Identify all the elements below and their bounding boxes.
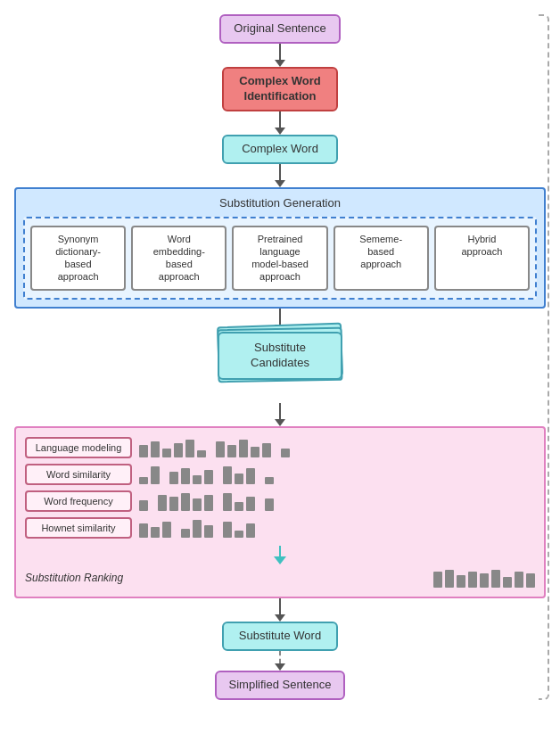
bar	[139, 500, 148, 511]
bar	[185, 440, 194, 457]
ranking-label-language: Language modeling	[25, 437, 132, 458]
arrow-5	[275, 403, 285, 426]
bar	[445, 570, 454, 588]
substitute-word-node: Substitute Word	[222, 622, 338, 651]
arrow-2	[275, 111, 285, 135]
ranking-row-1: Language modeling	[25, 437, 535, 458]
bar	[204, 495, 213, 511]
bar-group-bottom	[433, 568, 535, 588]
bar	[158, 495, 167, 511]
cwi-node: Complex Word Identification	[222, 67, 338, 111]
bar	[227, 445, 236, 457]
bar-group-1	[139, 438, 290, 457]
diagram: Original Sentence Complex Word Identific…	[14, 14, 546, 719]
ranking-bottom: Substitution Ranking	[25, 568, 535, 588]
sub-gen-inner: Synonym dictionary- based approach Word …	[23, 217, 537, 300]
bar	[223, 493, 232, 511]
bar	[239, 440, 248, 457]
ranking-row-4: Hownet similarity	[25, 517, 535, 539]
substitute-candidates-label: Substitute Candidates	[251, 341, 309, 369]
bar-group-4	[139, 518, 255, 538]
bar	[151, 466, 160, 484]
bar	[169, 472, 178, 484]
bar	[139, 477, 148, 484]
sub-gen-title: Substitution Generation	[23, 196, 537, 210]
bar	[181, 493, 190, 511]
bar	[235, 531, 243, 538]
ranking-arrow	[25, 546, 535, 564]
bar	[246, 523, 255, 538]
bar-group-2	[139, 465, 274, 484]
approach-hybrid: Hybrid approach	[434, 226, 530, 291]
bar	[251, 447, 259, 457]
bar	[265, 477, 274, 484]
simplified-sentence-label: Simplified Sentence	[229, 678, 332, 691]
bar	[193, 498, 202, 511]
bar	[174, 443, 183, 457]
original-sentence-label: Original Sentence	[234, 21, 325, 35]
bar-group-3	[139, 491, 274, 511]
bar	[216, 441, 225, 457]
approach-sememe: Sememe- based approach	[334, 226, 429, 291]
substitution-ranking-label: Substitution Ranking	[25, 572, 123, 584]
bar	[457, 575, 465, 588]
bar	[151, 441, 160, 457]
bar	[515, 572, 523, 588]
arrow-3	[275, 164, 285, 187]
bar	[526, 573, 535, 588]
bar	[262, 443, 271, 457]
bar	[204, 525, 213, 538]
bar	[246, 497, 255, 511]
bar	[169, 497, 178, 511]
ranking-outer: Language modeling	[14, 426, 546, 598]
ranking-row-2: Word similarity	[25, 464, 535, 485]
bar	[235, 474, 243, 484]
bar	[162, 522, 171, 538]
cwi-label: Complex Word Identification	[239, 74, 321, 103]
sub-gen-box: Substitution Generation Synonym dictiona…	[14, 187, 546, 309]
simplified-sentence-node: Simplified Sentence	[215, 671, 346, 700]
complex-word-node: Complex Word	[222, 135, 338, 164]
arrow-6	[275, 598, 285, 622]
bar	[181, 468, 190, 484]
bar	[235, 502, 243, 511]
arrow-1	[275, 44, 285, 67]
bar	[503, 577, 512, 588]
ranking-label-hownet: Hownet similarity	[25, 517, 132, 539]
ranking-rows: Language modeling	[25, 437, 535, 539]
bar	[265, 498, 274, 511]
bar	[223, 466, 232, 484]
bar	[246, 468, 255, 484]
bar	[193, 475, 202, 484]
approach-word-embedding: Word embedding- based approach	[131, 226, 226, 291]
ranking-row-3: Word frequency	[25, 490, 535, 512]
bar	[162, 449, 171, 457]
bar	[223, 522, 232, 538]
bar	[433, 572, 442, 588]
bar	[468, 572, 477, 588]
bar	[139, 523, 148, 538]
original-sentence-node: Original Sentence	[219, 14, 340, 44]
bar	[193, 520, 202, 538]
bar	[151, 527, 160, 538]
bar	[491, 570, 500, 588]
approach-synonym: Synonym dictionary- based approach	[30, 226, 126, 291]
ranking-label-frequency: Word frequency	[25, 490, 132, 512]
arrow-7	[275, 651, 285, 671]
ranking-label-similarity: Word similarity	[25, 464, 132, 485]
complex-word-label: Complex Word	[242, 142, 318, 155]
approach-pretrained: Pretrained language model-based approach	[232, 226, 327, 291]
bar	[139, 445, 148, 457]
bar	[204, 470, 213, 484]
bar	[181, 529, 190, 538]
bar	[281, 449, 290, 457]
bar	[197, 450, 206, 457]
bar	[480, 573, 489, 588]
substitute-candidates-node: Substitute Candidates	[218, 332, 342, 380]
substitute-word-label: Substitute Word	[239, 629, 321, 642]
